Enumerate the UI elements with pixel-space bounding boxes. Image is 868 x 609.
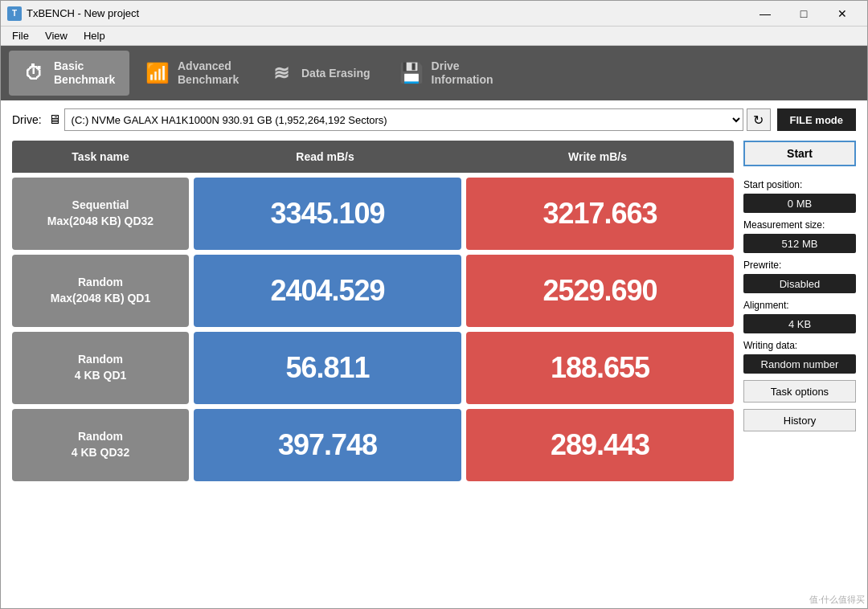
menu-view[interactable]: View xyxy=(37,28,76,43)
file-mode-button[interactable]: FILE mode xyxy=(777,108,856,131)
menu-help[interactable]: Help xyxy=(76,28,113,43)
tab-advanced-benchmark[interactable]: 📶 AdvancedBenchmark xyxy=(133,51,253,96)
tab-basic-benchmark-label: BasicBenchmark xyxy=(54,59,115,87)
tabbar: ⏱ BasicBenchmark 📶 AdvancedBenchmark ≋ D… xyxy=(1,46,867,100)
write-val-2: 188.655 xyxy=(466,332,734,404)
row-label-1: RandomMax(2048 KB) QD1 xyxy=(12,255,189,327)
row-label-0: SequentialMax(2048 KB) QD32 xyxy=(12,178,189,250)
table-header: Task name Read mB/s Write mB/s xyxy=(12,141,734,173)
app-icon: T xyxy=(7,6,22,21)
prewrite-label: Prewrite: xyxy=(743,260,856,271)
drive-label: Drive: xyxy=(12,113,42,126)
col-read: Read mB/s xyxy=(189,147,461,166)
maximize-button[interactable]: □ xyxy=(785,2,822,25)
refresh-button[interactable]: ↻ xyxy=(747,108,771,131)
table-row: Random4 KB QD1 56.811 188.655 xyxy=(12,332,734,404)
tab-drive-information[interactable]: 💾 DriveInformation xyxy=(387,51,507,96)
table-row: RandomMax(2048 KB) QD1 2404.529 2529.690 xyxy=(12,255,734,327)
alignment-value: 4 KB xyxy=(743,314,856,333)
read-val-2: 56.811 xyxy=(194,332,461,404)
row-label-3: Random4 KB QD32 xyxy=(12,409,189,481)
alignment-label: Alignment: xyxy=(743,300,856,311)
minimize-button[interactable]: — xyxy=(747,2,784,25)
erase-icon: ≋ xyxy=(269,62,293,84)
measurement-size-label: Measurement size: xyxy=(743,219,856,231)
tab-basic-benchmark[interactable]: ⏱ BasicBenchmark xyxy=(9,51,129,96)
writing-data-label: Writing data: xyxy=(743,340,856,351)
results-area: Task name Read mB/s Write mB/s Sequentia… xyxy=(12,141,856,602)
table-row: Random4 KB QD32 397.748 289.443 xyxy=(12,409,734,481)
read-val-3: 397.748 xyxy=(194,409,461,481)
main-content: Drive: 🖥 (C:) NVMe GALAX HA1K1000N 930.9… xyxy=(1,100,867,609)
write-val-3: 289.443 xyxy=(466,409,734,481)
tab-drive-information-label: DriveInformation xyxy=(432,59,493,87)
tab-data-erasing[interactable]: ≋ Data Erasing xyxy=(256,51,383,96)
start-position-label: Start position: xyxy=(743,179,856,190)
chart-icon: 📶 xyxy=(145,62,170,84)
tab-advanced-benchmark-label: AdvancedBenchmark xyxy=(178,59,239,87)
right-panel: Start Start position: 0 MB Measurement s… xyxy=(743,141,856,602)
drive-icon-small: 🖥 xyxy=(48,112,61,127)
read-val-0: 3345.109 xyxy=(194,178,461,250)
writing-data-value: Random number xyxy=(743,354,856,374)
start-button[interactable]: Start xyxy=(743,141,856,166)
history-button[interactable]: History xyxy=(743,409,856,431)
timer-icon: ⏱ xyxy=(22,62,46,84)
col-write: Write mB/s xyxy=(461,147,734,166)
row-label-2: Random4 KB QD1 xyxy=(12,332,189,404)
drive-icon: 💾 xyxy=(399,62,424,84)
measurement-size-value: 512 MB xyxy=(743,234,856,253)
write-val-1: 2529.690 xyxy=(466,255,734,327)
bench-rows: SequentialMax(2048 KB) QD32 3345.109 321… xyxy=(12,178,734,481)
read-val-1: 2404.529 xyxy=(194,255,461,327)
drive-select[interactable]: (C:) NVMe GALAX HA1K1000N 930.91 GB (1,9… xyxy=(64,108,743,131)
table-row: SequentialMax(2048 KB) QD32 3345.109 321… xyxy=(12,178,734,250)
drive-select-wrapper: 🖥 (C:) NVMe GALAX HA1K1000N 930.91 GB (1… xyxy=(48,108,771,131)
menubar: File View Help xyxy=(1,27,867,46)
write-val-0: 3217.663 xyxy=(466,178,734,250)
watermark: 值·什么值得买 xyxy=(809,594,865,606)
prewrite-value: Disabled xyxy=(743,274,856,293)
col-task-name: Task name xyxy=(12,147,189,166)
window-title: TxBENCH - New project xyxy=(27,7,747,19)
start-position-value: 0 MB xyxy=(743,194,856,213)
menu-file[interactable]: File xyxy=(4,28,37,43)
window-controls: — □ ✕ xyxy=(747,2,861,25)
drive-bar: Drive: 🖥 (C:) NVMe GALAX HA1K1000N 930.9… xyxy=(12,108,856,131)
task-options-button[interactable]: Task options xyxy=(743,380,856,403)
titlebar: T TxBENCH - New project — □ ✕ xyxy=(1,1,867,27)
close-button[interactable]: ✕ xyxy=(824,2,861,25)
tab-data-erasing-label: Data Erasing xyxy=(301,67,371,80)
bench-table: Task name Read mB/s Write mB/s Sequentia… xyxy=(12,141,734,602)
